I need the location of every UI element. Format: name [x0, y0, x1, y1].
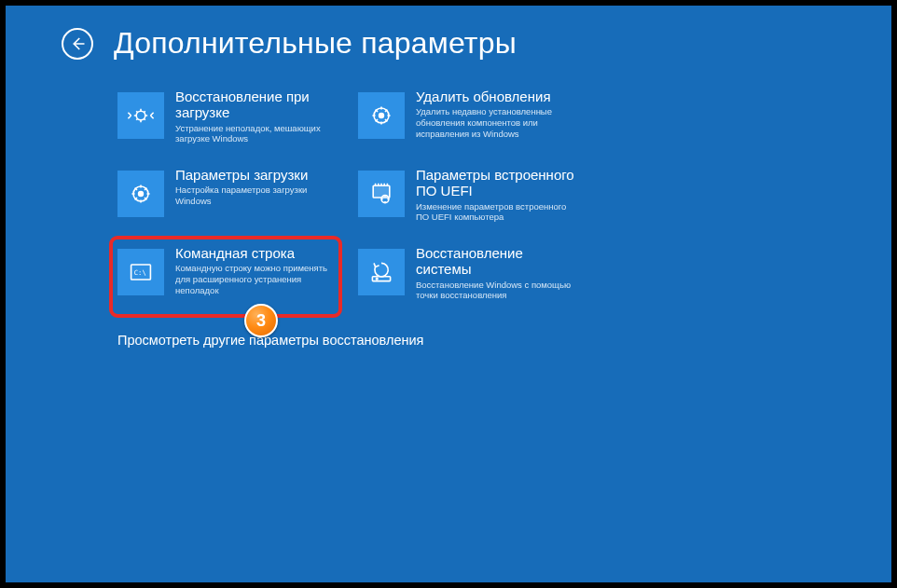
- svg-point-2: [380, 114, 384, 118]
- back-button[interactable]: [62, 28, 93, 60]
- tile-title: Восстановление системы: [416, 245, 582, 278]
- tile-startup-settings[interactable]: Параметры загрузки Настройка параметров …: [117, 167, 341, 232]
- startup-repair-icon: [117, 92, 164, 139]
- tile-desc: Удалить недавно установленные обновления…: [416, 106, 582, 140]
- winre-screen: Дополнительные параметры Восстановление …: [6, 6, 891, 582]
- tile-title: Удалить обновления: [416, 89, 582, 104]
- header: Дополнительные параметры: [62, 26, 835, 61]
- tile-uninstall-updates[interactable]: Удалить обновления Удалить недавно устан…: [358, 89, 582, 154]
- system-restore-icon: [358, 249, 405, 295]
- annotation-badge: 3: [244, 304, 278, 337]
- tile-system-restore[interactable]: Восстановление системы Восстановление Wi…: [358, 245, 582, 310]
- tile-desc: Командную строку можно применять для рас…: [175, 263, 341, 296]
- uefi-icon: [358, 171, 405, 217]
- svg-point-4: [139, 192, 144, 197]
- svg-text:C:\: C:\: [134, 268, 146, 277]
- tile-desc: Восстановление Windows с помощью точки в…: [416, 280, 582, 302]
- tile-desc: Устранение неполадок, мешающих загрузке …: [175, 123, 341, 145]
- tile-title: Командная строка: [175, 245, 341, 261]
- tile-startup-repair[interactable]: Восстановление при загрузке Устранение н…: [117, 89, 341, 154]
- command-prompt-icon: C:\: [117, 249, 164, 295]
- uninstall-updates-icon: [358, 92, 405, 139]
- tile-title: Параметры загрузки: [175, 167, 341, 183]
- startup-settings-icon: [117, 171, 164, 217]
- more-recovery-options-link[interactable]: Просмотреть другие параметры восстановле…: [117, 333, 835, 348]
- svg-point-10: [376, 278, 378, 280]
- arrow-left-icon: [69, 35, 86, 52]
- tile-command-prompt[interactable]: C:\ Командная строка Командную строку мо…: [117, 245, 341, 310]
- tile-title: Параметры встроенного ПО UEFI: [416, 167, 582, 199]
- tile-grid: Восстановление при загрузке Устранение н…: [117, 89, 835, 310]
- tile-desc: Настройка параметров загрузки Windows: [175, 185, 341, 207]
- tile-title: Восстановление при загрузке: [175, 89, 341, 121]
- tile-uefi[interactable]: Параметры встроенного ПО UEFI Изменение …: [358, 167, 582, 232]
- tile-desc: Изменение параметров встроенного ПО UEFI…: [416, 201, 582, 224]
- page-title: Дополнительные параметры: [114, 26, 517, 61]
